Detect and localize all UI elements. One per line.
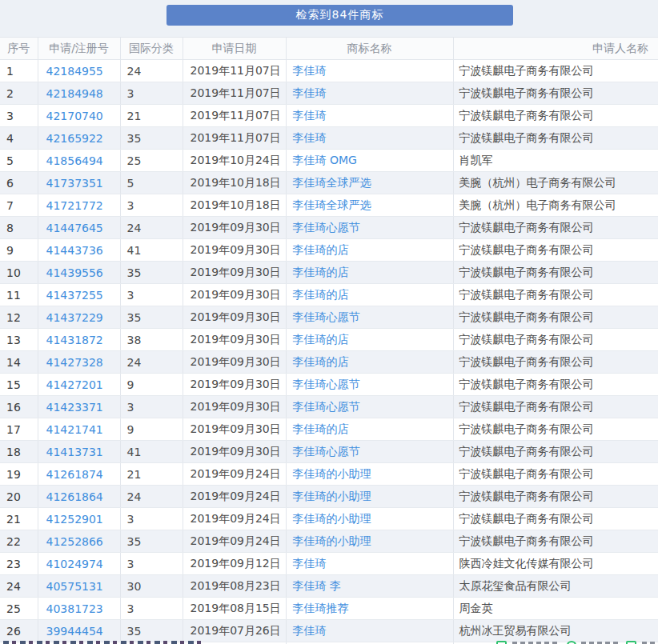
reg_no-cell: 42165922 bbox=[38, 127, 120, 150]
intl_class-cell: 38 bbox=[120, 329, 183, 351]
trademark-name-link[interactable]: 李佳琦的小助理 bbox=[293, 467, 371, 480]
trademark-name-link[interactable]: 李佳琦心愿节 bbox=[293, 445, 360, 458]
registration-number-link[interactable]: 41024974 bbox=[46, 558, 103, 570]
apply_date-cell: 2019年11月07日 bbox=[183, 127, 286, 150]
trademark-name-link[interactable]: 李佳琦的店 bbox=[293, 333, 349, 346]
index-cell: 23 bbox=[0, 553, 38, 575]
registration-number-link[interactable]: 41261864 bbox=[46, 490, 103, 503]
registration-number-link[interactable]: 41447645 bbox=[46, 222, 103, 234]
trademark-name-link[interactable]: 李佳琦 bbox=[293, 109, 327, 122]
trademark-cell: 李佳琦的店 bbox=[286, 239, 453, 262]
reg_no-cell: 41261864 bbox=[38, 486, 120, 508]
trademark-cell: 李佳琦 李 bbox=[286, 575, 453, 598]
table-row: 142184955242019年11月07日李佳琦宁波镁麒电子商务有限公司 bbox=[0, 60, 658, 82]
registration-number-link[interactable]: 40575131 bbox=[46, 580, 103, 593]
index-cell: 7 bbox=[0, 194, 38, 217]
apply_date-cell: 2019年09月12日 bbox=[183, 553, 286, 575]
result-count-button[interactable]: 检索到84件商标 bbox=[167, 5, 513, 26]
trademark-name-link[interactable]: 李佳琦的店 bbox=[293, 355, 349, 368]
trademark-name-link[interactable]: 李佳琦的店 bbox=[293, 422, 349, 435]
trademark-name-link[interactable]: 李佳琦的小助理 bbox=[293, 490, 371, 502]
registration-number-link[interactable]: 41421741 bbox=[46, 423, 103, 436]
table-row: 74172177232019年10月18日李佳琦全球严选美腕（杭州）电子商务有限… bbox=[0, 194, 658, 217]
registration-number-link[interactable]: 41427201 bbox=[46, 378, 103, 391]
trademark-name-link[interactable]: 李佳琦 bbox=[293, 557, 327, 570]
trademark-name-link[interactable]: 李佳琦 bbox=[293, 86, 327, 99]
trademark-name-link[interactable]: 李佳琦的小助理 bbox=[293, 512, 371, 525]
registration-number-link[interactable]: 41437229 bbox=[46, 311, 103, 324]
registration-number-link[interactable]: 41252866 bbox=[46, 535, 103, 548]
intl_class-cell: 25 bbox=[120, 150, 183, 172]
reg_no-cell: 41431872 bbox=[38, 329, 120, 351]
registration-number-link[interactable]: 41856494 bbox=[46, 154, 103, 167]
registration-number-link[interactable]: 42184955 bbox=[46, 65, 103, 78]
trademark-name-link[interactable]: 李佳琦推荐 bbox=[293, 602, 349, 614]
trademark-name-link[interactable]: 李佳琦 OMG bbox=[293, 154, 357, 166]
trademark-name-link[interactable]: 李佳琦心愿节 bbox=[293, 310, 360, 323]
trademark-name-link[interactable]: 李佳琦全球严选 bbox=[293, 198, 371, 211]
apply_date-cell: 2019年09月30日 bbox=[183, 329, 286, 351]
applicant-cell: 宁波镁麒电子商务有限公司 bbox=[453, 508, 658, 530]
registration-number-link[interactable]: 41261874 bbox=[46, 468, 103, 481]
registration-number-link[interactable]: 40381723 bbox=[46, 602, 103, 615]
reg_no-cell: 40575131 bbox=[38, 575, 120, 598]
registration-number-link[interactable]: 42165922 bbox=[46, 132, 103, 145]
trademark-name-link[interactable]: 李佳琦 bbox=[293, 131, 327, 144]
reg_no-cell: 42170740 bbox=[38, 105, 120, 127]
apply_date-cell: 2019年09月30日 bbox=[183, 396, 286, 418]
trademark-name-link[interactable]: 李佳琦 李 bbox=[293, 579, 341, 592]
index-cell: 21 bbox=[0, 508, 38, 530]
apply_date-cell: 2019年09月30日 bbox=[183, 441, 286, 463]
table-row: 1041439556352019年09月30日李佳琦的店宁波镁麒电子商务有限公司 bbox=[0, 262, 658, 284]
applicant-cell: 宁波镁麒电子商务有限公司 bbox=[453, 351, 658, 374]
applicant-cell: 肖凯军 bbox=[453, 150, 658, 172]
intl_class-cell: 35 bbox=[120, 530, 183, 553]
registration-number-link[interactable]: 41431872 bbox=[46, 334, 103, 346]
index-cell: 4 bbox=[0, 127, 38, 150]
trademark-name-link[interactable]: 李佳琦心愿节 bbox=[293, 400, 360, 413]
trademark-name-link[interactable]: 李佳琦的店 bbox=[293, 243, 349, 256]
trademark-name-link[interactable]: 李佳琦心愿节 bbox=[293, 378, 360, 390]
index-cell: 5 bbox=[0, 150, 38, 172]
applicant-cell: 宁波镁麒电子商务有限公司 bbox=[453, 530, 658, 553]
trademark-name-link[interactable]: 李佳琦全球严选 bbox=[293, 176, 371, 189]
column-header-trademark: 商标名称 bbox=[286, 38, 453, 60]
registration-number-link[interactable]: 41437255 bbox=[46, 289, 103, 302]
trademark-cell: 李佳琦 bbox=[286, 60, 453, 82]
applicant-cell: 宁波镁麒电子商务有限公司 bbox=[453, 105, 658, 127]
registration-number-link[interactable]: 42184948 bbox=[46, 87, 103, 100]
trademark-name-link[interactable]: 李佳琦 bbox=[293, 64, 327, 77]
table-row: 941443736412019年09月30日李佳琦的店宁波镁麒电子商务有限公司 bbox=[0, 239, 658, 262]
registration-number-link[interactable]: 41439556 bbox=[46, 266, 103, 279]
intl_class-cell: 3 bbox=[120, 598, 183, 620]
index-cell: 6 bbox=[0, 172, 38, 194]
trademark-name-link[interactable]: 李佳琦 bbox=[293, 624, 327, 637]
applicant-cell: 太原花玺食品有限公司 bbox=[453, 575, 658, 598]
index-cell: 20 bbox=[0, 486, 38, 508]
trademark-name-link[interactable]: 李佳琦的店 bbox=[293, 288, 349, 301]
applicant-cell: 宁波镁麒电子商务有限公司 bbox=[453, 284, 658, 306]
trademark-name-link[interactable]: 李佳琦的小助理 bbox=[293, 534, 371, 547]
applicant-cell: 宁波镁麒电子商务有限公司 bbox=[453, 329, 658, 351]
trademark-name-link[interactable]: 李佳琦心愿节 bbox=[293, 221, 360, 234]
table-row: 174142174192019年09月30日李佳琦的店宁波镁麒电子商务有限公司 bbox=[0, 418, 658, 441]
intl_class-cell: 35 bbox=[120, 306, 183, 329]
registration-number-link[interactable]: 41423371 bbox=[46, 401, 103, 414]
apply_date-cell: 2019年09月24日 bbox=[183, 508, 286, 530]
registration-number-link[interactable]: 39944454 bbox=[46, 625, 103, 638]
table-row: 164142337132019年09月30日李佳琦心愿节宁波镁麒电子商务有限公司 bbox=[0, 396, 658, 418]
registration-number-link[interactable]: 41252901 bbox=[46, 513, 103, 526]
registration-number-link[interactable]: 41721772 bbox=[46, 199, 103, 212]
trademark-cell: 李佳琦的小助理 bbox=[286, 508, 453, 530]
apply_date-cell: 2019年09月24日 bbox=[183, 530, 286, 553]
registration-number-link[interactable]: 41443736 bbox=[46, 244, 103, 257]
registration-number-link[interactable]: 41413731 bbox=[46, 446, 103, 458]
table-row: 1241437229352019年09月30日李佳琦心愿节宁波镁麒电子商务有限公… bbox=[0, 306, 658, 329]
registration-number-link[interactable]: 42170740 bbox=[46, 110, 103, 122]
registration-number-link[interactable]: 41427328 bbox=[46, 356, 103, 369]
reg_no-cell: 41447645 bbox=[38, 217, 120, 239]
apply_date-cell: 2019年09月30日 bbox=[183, 374, 286, 396]
registration-number-link[interactable]: 41737351 bbox=[46, 177, 103, 190]
table-row: 1841413731412019年09月30日李佳琦心愿节宁波镁麒电子商务有限公… bbox=[0, 441, 658, 463]
trademark-name-link[interactable]: 李佳琦的店 bbox=[293, 266, 349, 278]
